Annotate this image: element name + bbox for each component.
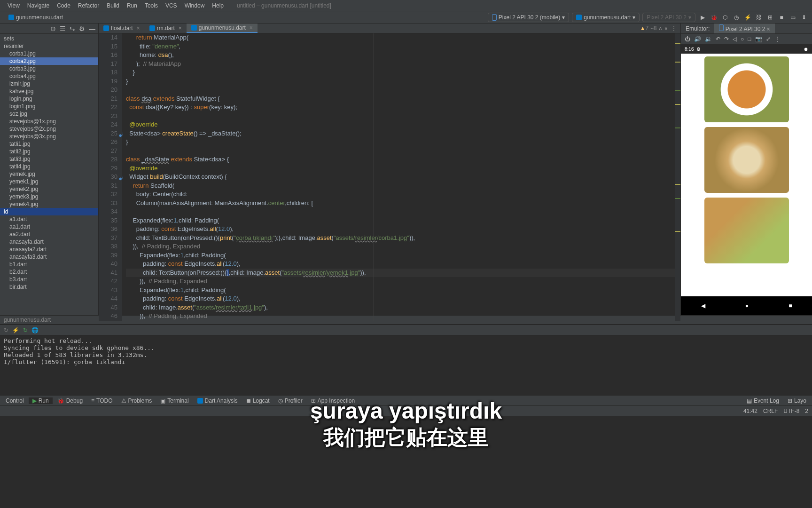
menu-run[interactable]: Run: [123, 2, 141, 9]
sdk-icon[interactable]: ⬇: [800, 13, 808, 22]
device-screen[interactable]: [681, 54, 812, 296]
tree-file[interactable]: tatli1.jpg: [0, 140, 98, 148]
tree-file[interactable]: aa1.dart: [0, 223, 98, 230]
cursor-position[interactable]: 41:42: [743, 408, 757, 414]
code-area[interactable]: return MaterialApp( title: "deneme", hom…: [122, 33, 680, 321]
tree-file[interactable]: tatli2.jpg: [0, 148, 98, 155]
overview-icon[interactable]: □: [748, 36, 751, 42]
android-overview-icon[interactable]: ■: [789, 302, 792, 309]
tree-file[interactable]: a1.dart: [0, 215, 98, 223]
coverage-icon[interactable]: ⬡: [721, 13, 729, 22]
android-home-icon[interactable]: ●: [745, 302, 749, 309]
tree-file[interactable]: tatli3.jpg: [0, 155, 98, 163]
home-icon[interactable]: ○: [741, 36, 744, 42]
tree-folder[interactable]: resimler: [0, 42, 98, 50]
tab-run[interactable]: ▶Run: [29, 397, 53, 404]
rotate-left-icon[interactable]: ↶: [716, 36, 720, 42]
tree-file[interactable]: yemek.jpg: [0, 170, 98, 178]
breadcrumb[interactable]: gununmenusu.dart: [4, 317, 51, 323]
tree-file[interactable]: bir.dart: [0, 283, 98, 291]
corba-image[interactable]: [704, 56, 789, 122]
device-selector[interactable]: Pixel 2 API 30 2 (mobile) ▾: [488, 13, 569, 22]
collapse-icon[interactable]: ⇆: [70, 25, 75, 32]
tree-file[interactable]: tatli4.jpg: [0, 163, 98, 170]
volume-down-icon[interactable]: 🔉: [705, 36, 712, 42]
hide-icon[interactable]: —: [89, 25, 95, 32]
run-icon[interactable]: ▶: [698, 13, 707, 22]
tab-logcat[interactable]: ≣Logcat: [242, 397, 273, 404]
tree-file[interactable]: yemek4.jpg: [0, 200, 98, 208]
tree-file[interactable]: izmir.jpg: [0, 80, 98, 87]
tab-version-control[interactable]: Control: [2, 397, 28, 404]
menu-view[interactable]: View: [4, 2, 23, 9]
run-config-selector[interactable]: gununmenusu.dart ▾: [572, 13, 640, 22]
more-icon[interactable]: ⋮: [774, 36, 780, 42]
tree-file[interactable]: aa2.dart: [0, 230, 98, 238]
file-encoding[interactable]: UTF-8: [783, 408, 799, 414]
tree-file[interactable]: anasayfa.dart: [0, 238, 98, 246]
tab-problems[interactable]: ⚠Problems: [117, 397, 156, 404]
restart-icon[interactable]: ↻: [4, 327, 8, 333]
rotate-right-icon[interactable]: ↷: [724, 36, 729, 42]
tab-gununmenusu[interactable]: gununmenusu.dart×: [187, 24, 258, 33]
nav-tab[interactable]: gununmenusu.dart: [4, 13, 68, 22]
tree-file[interactable]: login.png: [0, 95, 98, 103]
error-stripe[interactable]: [675, 33, 680, 321]
tree-file[interactable]: kahve.jpg: [0, 87, 98, 95]
tree-file[interactable]: yemek3.jpg: [0, 193, 98, 200]
hot-reload-icon[interactable]: ⚡: [12, 327, 19, 333]
more-icon[interactable]: ⋮: [671, 25, 677, 32]
tree-file[interactable]: corba1.jpg: [0, 50, 98, 57]
tree-file[interactable]: b1.dart: [0, 261, 98, 268]
flutter-inspector-icon[interactable]: ⊞: [766, 13, 774, 22]
tatli-image[interactable]: [704, 198, 789, 263]
tree-folder[interactable]: sets: [0, 35, 98, 42]
profile-icon[interactable]: ◷: [732, 13, 741, 22]
power-icon[interactable]: ⏻: [685, 36, 690, 42]
tree-file[interactable]: b3.dart: [0, 276, 98, 283]
tab-dart-analysis[interactable]: Dart Analysis: [194, 397, 242, 404]
attach-icon[interactable]: ⛓: [755, 13, 763, 22]
tree-file[interactable]: corba3.jpg: [0, 65, 98, 72]
line-separator[interactable]: CRLF: [763, 408, 778, 414]
tab-rm[interactable]: rm.dart×: [145, 24, 187, 32]
tree-file[interactable]: yemek1.jpg: [0, 178, 98, 185]
menu-refactor[interactable]: Refactor: [74, 2, 103, 9]
menu-tools[interactable]: Tools: [141, 2, 162, 9]
open-devtools-icon[interactable]: 🌐: [31, 327, 39, 333]
tree-file[interactable]: anasayfa3.dart: [0, 253, 98, 261]
menu-navigate[interactable]: Navigate: [23, 2, 53, 9]
volume-up-icon[interactable]: 🔊: [694, 36, 701, 42]
tree-file[interactable]: anasayfa2.dart: [0, 246, 98, 253]
tab-float[interactable]: float.dart×: [99, 24, 145, 32]
avd-icon[interactable]: ▭: [789, 13, 797, 22]
tree-file[interactable]: corba2.jpg: [0, 57, 98, 65]
tab-profiler[interactable]: ◷Profiler: [274, 397, 306, 404]
emulator-device-tab[interactable]: Pixel 2 API 30 2 ×: [714, 24, 774, 33]
tab-layout[interactable]: ⊞Layo: [784, 397, 810, 404]
tab-debug[interactable]: 🐞Debug: [54, 397, 86, 404]
gutter[interactable]: 141516171819202122232425●ⁱ2627282930●ⁱ31…: [99, 33, 122, 321]
indent[interactable]: 2: [805, 408, 808, 414]
android-back-icon[interactable]: ◀: [701, 302, 705, 309]
run-console[interactable]: Performing hot reload... Syncing files t…: [0, 335, 812, 395]
menu-code[interactable]: Code: [53, 2, 74, 9]
tree-file[interactable]: yemek2.jpg: [0, 185, 98, 193]
hot-reload-icon[interactable]: ⚡: [743, 13, 752, 22]
tree-folder[interactable]: ld: [0, 208, 98, 215]
close-icon[interactable]: ×: [137, 25, 140, 32]
close-icon[interactable]: ×: [179, 25, 182, 32]
tree-file[interactable]: corba4.jpg: [0, 72, 98, 80]
reload-icon[interactable]: ↻: [23, 327, 28, 333]
tree-file[interactable]: stevejobs@2x.png: [0, 125, 98, 133]
close-icon[interactable]: ×: [250, 24, 253, 31]
menu-build[interactable]: Build: [103, 2, 123, 9]
editor-body[interactable]: 141516171819202122232425●ⁱ2627282930●ⁱ31…: [99, 33, 680, 321]
tab-terminal[interactable]: ▣Terminal: [156, 397, 192, 404]
tree-file[interactable]: stevejobs@1x.png: [0, 118, 98, 125]
inspections-widget[interactable]: ▲7 ⌁8 ∧ ∨: [640, 25, 668, 32]
tree-file[interactable]: b2.dart: [0, 268, 98, 276]
screenshot-icon[interactable]: 📷: [755, 36, 762, 42]
menu-vcs[interactable]: VCS: [162, 2, 181, 9]
project-tree[interactable]: setsresimlercorba1.jpgcorba2.jpgcorba3.j…: [0, 34, 98, 315]
